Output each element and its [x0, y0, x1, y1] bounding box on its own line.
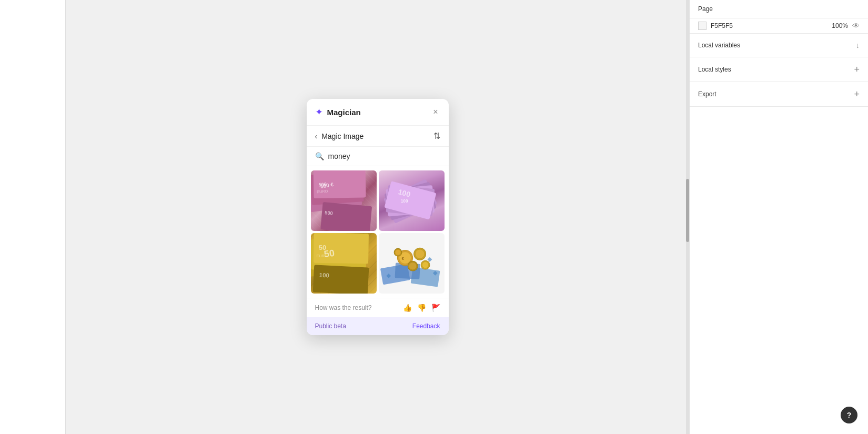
back-button[interactable]: ‹: [315, 132, 318, 140]
svg-rect-5: [320, 202, 372, 231]
feedback-icons: 👍 👎 🚩: [403, 304, 440, 312]
feedback-link[interactable]: Feedback: [412, 322, 440, 330]
modal-nav-title: Magic Image: [321, 132, 364, 140]
svg-text:500: 500: [324, 210, 332, 216]
thumbs-down-button[interactable]: 👎: [417, 304, 426, 312]
svg-text:50: 50: [319, 244, 326, 251]
svg-text:500: 500: [318, 181, 327, 187]
local-styles-section: Local styles +: [690, 57, 868, 82]
feedback-question: How was the result?: [315, 304, 372, 311]
modal-header: ✦ Magician ×: [307, 99, 449, 126]
local-styles-add-button[interactable]: +: [854, 65, 860, 74]
svg-rect-35: [427, 257, 432, 262]
modal-feedback-row: How was the result? 👍 👎 🚩: [307, 298, 449, 317]
image-thumb-euro-50[interactable]: 50 EURO 100: [311, 233, 377, 294]
svg-point-27: [415, 249, 425, 259]
local-variables-label: Local variables: [698, 42, 740, 49]
svg-point-31: [422, 261, 429, 268]
modal-footer: Public beta Feedback: [307, 317, 449, 335]
svg-text:€: €: [401, 256, 403, 261]
image-thumb-euro-500[interactable]: 500 EURO 500: [311, 170, 377, 231]
local-styles-label: Local styles: [698, 66, 731, 73]
svg-text:EURO: EURO: [316, 254, 327, 258]
canvas-area: ✦ Magician × ‹ Magic Image ⇅ 🔍: [66, 0, 689, 434]
modal-title-row: ✦ Magician: [315, 106, 361, 118]
modal-nav-row: ‹ Magic Image ⇅: [307, 126, 449, 147]
local-variables-section: Local variables ↓: [690, 34, 868, 57]
modal-title: Magician: [327, 108, 361, 117]
svg-text:100: 100: [400, 198, 408, 204]
opacity-value: 100%: [832, 22, 848, 29]
public-beta-label: Public beta: [315, 322, 346, 330]
image-thumb-euro-fan[interactable]: 100: [379, 170, 445, 231]
svg-text:100: 100: [319, 272, 329, 279]
color-value: F5F5F5: [711, 22, 827, 29]
modal-overlay: ✦ Magician × ‹ Magic Image ⇅ 🔍: [66, 0, 689, 434]
filter-button[interactable]: ⇅: [433, 131, 440, 141]
visibility-toggle-button[interactable]: 👁: [852, 22, 860, 30]
magic-star-icon: ✦: [315, 106, 323, 118]
page-section: Page: [690, 0, 868, 18]
export-add-button[interactable]: +: [854, 89, 860, 99]
flag-button[interactable]: 🚩: [431, 304, 440, 312]
modal-close-button[interactable]: ×: [431, 106, 440, 118]
color-swatch[interactable]: [698, 22, 706, 30]
right-panel: Page F5F5F5 100% 👁 Local variables ↓ Loc…: [689, 0, 868, 434]
svg-rect-18: [312, 265, 369, 294]
search-icon: 🔍: [315, 152, 324, 160]
scrollbar[interactable]: [686, 0, 689, 434]
modal-nav-left: ‹ Magic Image: [315, 132, 364, 140]
left-sidebar: [0, 0, 66, 434]
thumbs-up-button[interactable]: 👍: [403, 304, 412, 312]
search-input[interactable]: [328, 152, 440, 160]
image-thumb-coins[interactable]: €: [379, 233, 445, 294]
export-section: Export +: [690, 82, 868, 107]
svg-point-33: [395, 249, 400, 255]
page-color-row: F5F5F5 100% 👁: [690, 18, 868, 34]
svg-rect-2: [313, 170, 366, 198]
local-variables-icon-button[interactable]: ↓: [856, 41, 860, 49]
image-grid: 500 EURO 500 100: [307, 166, 449, 298]
page-label: Page: [698, 5, 713, 13]
svg-point-29: [409, 262, 417, 270]
svg-text:EURO: EURO: [316, 189, 328, 194]
export-label: Export: [698, 90, 716, 98]
magician-modal: ✦ Magician × ‹ Magic Image ⇅ 🔍: [307, 99, 449, 335]
scroll-thumb[interactable]: [686, 179, 689, 242]
modal-search-bar: 🔍: [307, 147, 449, 166]
help-button[interactable]: ?: [841, 407, 857, 423]
